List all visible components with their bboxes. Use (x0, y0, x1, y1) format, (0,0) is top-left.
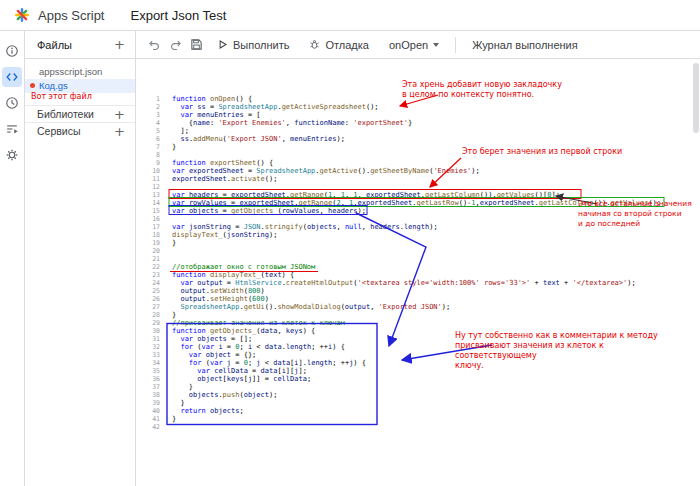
code-line[interactable]: var output = HtmlService.createHtmlOutpu… (172, 279, 700, 287)
line-number: 42 (136, 423, 160, 431)
line-number: 2 (136, 103, 160, 111)
code-line[interactable]: var rowValues = exportedSheet.getRange(2… (172, 199, 700, 207)
line-number: 23 (136, 271, 160, 279)
executions-button[interactable] (2, 119, 22, 139)
overview-icon (5, 44, 19, 58)
code-line[interactable]: var cellData = data[i][j]; (172, 367, 700, 375)
left-rail (0, 31, 25, 486)
code-line[interactable]: var objects = []; (172, 335, 700, 343)
code-line[interactable]: output.setHeight(600) (172, 295, 700, 303)
code-lines[interactable]: function onOpen() { var ss = Spreadsheet… (170, 95, 700, 486)
line-number: 6 (136, 135, 160, 143)
code-line[interactable]: function displayText_(text) { (172, 271, 700, 279)
code-line[interactable]: exportedSheet.activate(); (172, 175, 700, 183)
code-line[interactable]: for (var i = 0; i < data.length; ++i) { (172, 343, 700, 351)
code-line[interactable]: for (var j = 0; j < data[i].length; ++j)… (172, 359, 700, 367)
code-editor: Выполнить Отладка onOpen (136, 31, 700, 486)
code-line[interactable]: return objects; (172, 407, 700, 415)
run-button[interactable]: Выполнить (209, 37, 297, 53)
scrollbar-thumb[interactable] (693, 63, 699, 133)
redo-button[interactable] (167, 36, 184, 53)
code-line[interactable]: {name: 'Export Enemies', functionName: '… (172, 119, 700, 127)
file-item-label: appsscript.json (39, 66, 102, 77)
triggers-button[interactable] (2, 93, 22, 113)
code-line[interactable]: } (172, 383, 700, 391)
settings-icon (5, 148, 19, 162)
file-item-kod-gs[interactable]: Код.gs (25, 79, 135, 93)
debug-icon (309, 39, 320, 50)
line-numbers: 1234567891011121314151617181920212223242… (136, 95, 170, 486)
line-number: 37 (136, 383, 160, 391)
file-item-appsscript-json[interactable]: appsscript.json (25, 65, 135, 79)
function-selector[interactable]: onOpen (381, 37, 447, 53)
line-number: 5 (136, 127, 160, 135)
editor-button[interactable] (2, 67, 22, 87)
code-line[interactable] (172, 215, 700, 223)
triggers-icon (5, 96, 19, 110)
code-line[interactable]: var exportedSheet = SpreadsheetApp.getAc… (172, 167, 700, 175)
save-button[interactable] (188, 36, 205, 53)
code-line[interactable]: var ss = SpreadsheetApp.getActiveSpreads… (172, 103, 700, 111)
apps-script-logo-icon[interactable] (14, 7, 30, 23)
brand-label[interactable]: Apps Script (38, 8, 104, 23)
code-line[interactable]: } (172, 415, 700, 423)
run-label: Выполнить (233, 39, 289, 51)
files-panel: Файлы + appsscript.json Код.gs Библиотек… (25, 31, 136, 486)
add-library-button[interactable]: + (112, 107, 127, 122)
line-number: 22 (136, 263, 160, 271)
line-number: 19 (136, 239, 160, 247)
code-line[interactable]: //отображает окно с готовым JSONом (172, 263, 700, 271)
code-line[interactable]: var menuEntries = [ (172, 111, 700, 119)
line-number: 28 (136, 311, 160, 319)
line-number: 20 (136, 247, 160, 255)
code-line[interactable]: var headers = exportedSheet.getRange(1, … (172, 191, 700, 199)
code-line[interactable]: var jsonString = JSON.stringify(objects,… (172, 223, 700, 231)
code-line[interactable] (172, 151, 700, 159)
line-number: 30 (136, 327, 160, 335)
code-line[interactable]: output.setWidth(800) (172, 287, 700, 295)
save-icon (190, 38, 203, 51)
execution-log-button[interactable]: Журнал выполнения (464, 37, 586, 53)
code-line[interactable]: } (172, 399, 700, 407)
line-number: 34 (136, 359, 160, 367)
add-file-button[interactable]: + (112, 37, 127, 52)
code-line[interactable]: var object = {}; (172, 351, 700, 359)
code-line[interactable]: SpreadsheetApp.getUi().showModalDialog(o… (172, 303, 700, 311)
line-number: 4 (136, 119, 160, 127)
debug-button[interactable]: Отладка (301, 37, 376, 53)
code-line[interactable]: function onOpen() { (172, 95, 700, 103)
add-service-button[interactable]: + (112, 124, 127, 139)
code-line[interactable]: function getObjects_(data, keys) { (172, 327, 700, 335)
execution-log-label: Журнал выполнения (472, 39, 578, 51)
line-number: 33 (136, 351, 160, 359)
settings-button[interactable] (2, 145, 22, 165)
services-header-label: Сервисы (37, 125, 81, 137)
line-number: 31 (136, 335, 160, 343)
code-line[interactable]: var objects = getObjects_(rowValues, hea… (172, 207, 700, 215)
line-number: 17 (136, 223, 160, 231)
line-number: 29 (136, 319, 160, 327)
undo-button[interactable] (146, 36, 163, 53)
project-title[interactable]: Export Json Test (130, 8, 226, 23)
code-line[interactable]: } (172, 143, 700, 151)
code-line[interactable]: } (172, 239, 700, 247)
code-line[interactable]: ]; (172, 127, 700, 135)
overview-button[interactable] (2, 41, 22, 61)
toolbar-divider (455, 37, 456, 53)
code-line[interactable] (172, 183, 700, 191)
code-line[interactable]: } (172, 311, 700, 319)
code-line[interactable]: //присваивает значения из клеток к ключа… (172, 319, 700, 327)
code-line[interactable]: displayText_(jsonString); (172, 231, 700, 239)
line-number: 14 (136, 199, 160, 207)
code-line[interactable]: object[keys[j]] = cellData; (172, 375, 700, 383)
line-number: 41 (136, 415, 160, 423)
code-line[interactable] (172, 255, 700, 263)
redo-icon (169, 38, 182, 51)
code-line[interactable]: function exportSheet() { (172, 159, 700, 167)
code-line[interactable] (172, 423, 700, 431)
code-line[interactable]: ss.addMenu('Export JSON', menuEntries); (172, 135, 700, 143)
code-line[interactable]: objects.push(object); (172, 391, 700, 399)
line-number: 35 (136, 367, 160, 375)
code-line[interactable] (172, 247, 700, 255)
line-number: 18 (136, 231, 160, 239)
